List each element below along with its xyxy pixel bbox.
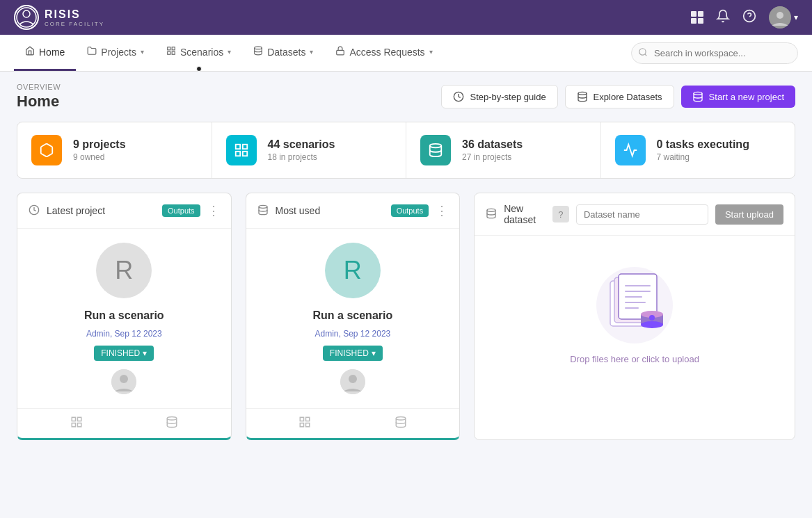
svg-rect-17 <box>235 145 239 149</box>
tasks-stat-sub: 7 waiting <box>657 152 749 162</box>
latest-project-status-badge[interactable]: FINISHED ▾ <box>94 346 154 361</box>
most-used-user-avatar <box>340 369 365 394</box>
svg-point-10 <box>255 47 262 49</box>
most-used-avatar: R <box>325 243 381 298</box>
nav-scenarios[interactable]: Scenarios ▾ <box>155 35 242 71</box>
user-menu[interactable]: ▾ <box>769 6 798 29</box>
latest-project-avatar: R <box>96 243 152 298</box>
most-used-icon <box>257 204 269 218</box>
header-left: RISIS CORE FACILITY <box>14 5 104 30</box>
latest-project-footer <box>17 408 231 438</box>
svg-point-16 <box>694 92 702 95</box>
svg-rect-26 <box>77 417 81 421</box>
svg-line-13 <box>645 54 647 56</box>
explore-datasets-button[interactable]: Explore Datasets <box>565 85 674 108</box>
latest-project-name: Run a scenario <box>84 309 164 322</box>
most-used-body: R Run a scenario Admin, Sep 12 2023 FINI… <box>246 229 460 408</box>
dataset-card-icon <box>486 208 497 221</box>
nav-datasets[interactable]: Datasets ▾ <box>242 35 324 71</box>
nav-projects-label: Projects <box>101 47 136 58</box>
svg-rect-27 <box>77 423 81 427</box>
most-used-dataset-icon[interactable] <box>395 416 407 431</box>
dataset-name-input[interactable] <box>576 204 708 225</box>
finished-chevron: ▾ <box>143 348 147 358</box>
new-dataset-card: New dataset ? Start upload <box>474 193 795 440</box>
content-area: Latest project Outputs ⋮ R Run a scenari… <box>17 193 795 440</box>
tasks-stat-icon <box>615 135 646 165</box>
latest-project-menu[interactable]: ⋮ <box>207 203 220 218</box>
svg-point-50 <box>641 321 663 328</box>
most-used-header: Most used Outputs ⋮ <box>246 193 460 229</box>
most-used-name: Run a scenario <box>313 309 393 322</box>
search-input[interactable] <box>631 42 798 64</box>
most-used-status-badge[interactable]: FINISHED ▾ <box>323 346 383 361</box>
explore-datasets-label: Explore Datasets <box>594 92 662 102</box>
datasets-stat-sub: 27 in projects <box>462 152 523 162</box>
latest-project-body: R Run a scenario Admin, Sep 12 2023 FINI… <box>17 229 231 408</box>
main-nav: Home Projects ▾ Scenarios ▾ <box>0 35 812 72</box>
most-used-menu[interactable]: ⋮ <box>436 203 448 218</box>
scenarios-stat-icon <box>226 135 257 165</box>
drop-illustration <box>589 257 680 347</box>
new-project-button[interactable]: Start a new project <box>681 86 795 108</box>
svg-point-21 <box>430 144 442 148</box>
projects-stat-sub: 9 owned <box>73 152 126 162</box>
stat-tasks[interactable]: 0 tasks executing 7 waiting <box>601 122 795 178</box>
svg-rect-35 <box>306 423 310 427</box>
latest-project-outputs-badge[interactable]: Outputs <box>162 204 200 217</box>
grid-menu-icon[interactable] <box>691 11 703 24</box>
svg-rect-7 <box>172 47 175 50</box>
dataset-question-tooltip[interactable]: ? <box>552 206 569 222</box>
scenarios-stat-sub: 18 in projects <box>268 152 335 162</box>
latest-project-dataset-icon[interactable] <box>166 416 178 431</box>
step-guide-button[interactable]: Step-by-step guide <box>441 85 557 108</box>
svg-rect-6 <box>168 47 170 50</box>
most-used-outputs-badge[interactable]: Outputs <box>391 204 429 217</box>
svg-rect-19 <box>242 152 246 156</box>
stat-projects[interactable]: 9 projects 9 owned <box>17 122 212 178</box>
logo-name: RISIS <box>45 8 104 21</box>
new-project-label: Start a new project <box>709 92 784 102</box>
most-used-finished-chevron: ▾ <box>372 348 376 358</box>
svg-point-5 <box>777 12 783 19</box>
svg-point-30 <box>259 205 267 208</box>
tasks-stat-num: 0 tasks executing <box>657 138 749 151</box>
svg-rect-8 <box>172 51 175 54</box>
start-upload-button[interactable]: Start upload <box>715 204 783 225</box>
nav-datasets-label: Datasets <box>267 47 305 58</box>
projects-stat-icon <box>31 135 62 165</box>
most-used-card: Most used Outputs ⋮ R Run a scenario Adm… <box>246 193 461 440</box>
svg-rect-11 <box>337 50 344 54</box>
nav-home[interactable]: Home <box>14 35 76 71</box>
scenarios-icon <box>166 46 176 58</box>
most-used-scenario-icon[interactable] <box>298 416 311 431</box>
latest-project-author: Admin, Sep 12 2023 <box>86 329 162 339</box>
notifications-icon[interactable] <box>716 9 730 26</box>
logo-text-block: RISIS CORE FACILITY <box>45 8 104 27</box>
latest-project-card: Latest project Outputs ⋮ R Run a scenari… <box>17 193 232 440</box>
svg-rect-28 <box>72 423 75 427</box>
nav-access-requests[interactable]: Access Requests ▾ <box>324 35 443 71</box>
stat-scenarios[interactable]: 44 scenarios 18 in projects <box>212 122 407 178</box>
svg-point-29 <box>167 417 177 421</box>
nav-projects[interactable]: Projects ▾ <box>76 35 155 71</box>
svg-point-32 <box>349 375 357 383</box>
svg-rect-25 <box>72 417 75 421</box>
drop-zone-text: Drop files here or click to upload <box>570 354 699 364</box>
nav-scenarios-label: Scenarios <box>180 47 223 58</box>
projects-stat-num: 9 projects <box>73 138 126 151</box>
datasets-chevron: ▾ <box>310 48 313 56</box>
dataset-drop-area[interactable]: Drop files here or click to upload <box>475 236 795 392</box>
latest-project-user-avatar <box>111 369 136 394</box>
home-icon <box>25 46 35 58</box>
stat-datasets[interactable]: 36 datasets 27 in projects <box>406 122 601 178</box>
svg-point-54 <box>649 315 655 321</box>
new-dataset-title: New dataset <box>504 203 546 225</box>
svg-point-38 <box>487 209 495 211</box>
latest-project-scenario-icon[interactable] <box>70 416 83 431</box>
help-icon[interactable] <box>742 9 756 26</box>
projects-stat-info: 9 projects 9 owned <box>73 138 126 162</box>
clock-icon <box>29 204 40 218</box>
top-actions: Step-by-step guide Explore Datasets Star… <box>441 85 795 108</box>
logo[interactable]: RISIS CORE FACILITY <box>14 5 104 30</box>
